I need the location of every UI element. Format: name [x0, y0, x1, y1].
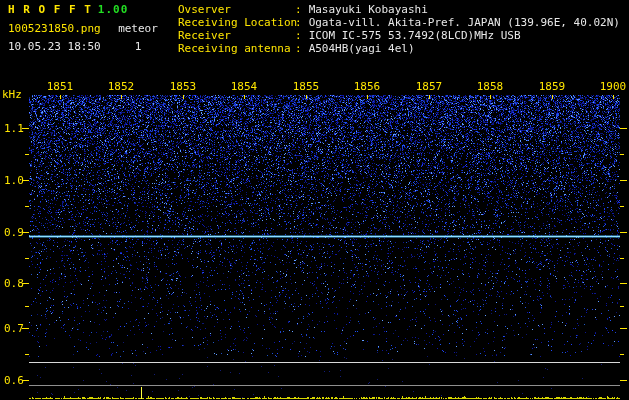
x-tick-label: 1859: [539, 80, 566, 93]
info-row-antenna: Receiving antenna:A504HB(yagi 4el): [178, 42, 415, 55]
x-tick-label: 1856: [354, 80, 381, 93]
y-tick-label: 0.9: [4, 226, 24, 239]
mode-label: meteor: [112, 22, 164, 35]
x-tick-label: 1857: [416, 80, 443, 93]
hrofft-output: H R O F F T1.00 1005231850.png meteor 10…: [0, 0, 629, 400]
colon: :: [295, 16, 302, 29]
x-tick-label: 1852: [108, 80, 135, 93]
y-axis-unit: kHz: [2, 88, 22, 101]
datetime: 10.05.23 18:50: [8, 40, 101, 53]
info-label: Receiver: [178, 29, 295, 42]
frame-counter: 1: [112, 40, 164, 53]
info-row-receiver: Receiver:ICOM IC-575 53.7492(8LCD)MHz US…: [178, 29, 521, 42]
filename: 1005231850.png: [8, 22, 101, 35]
info-value: Masayuki Kobayashi: [309, 3, 428, 16]
info-value: ICOM IC-575 53.7492(8LCD)MHz USB: [309, 29, 521, 42]
y-tick-label: 0.6: [4, 374, 24, 387]
spectrogram-canvas: [0, 0, 629, 400]
info-label: Receiving antenna: [178, 42, 295, 55]
colon: :: [295, 29, 302, 42]
app-version: 1.00: [98, 3, 129, 16]
app-title-row: H R O F F T1.00: [8, 3, 128, 16]
x-tick-label: 1854: [231, 80, 258, 93]
x-tick-label: 1853: [170, 80, 197, 93]
colon: :: [295, 42, 302, 55]
x-tick-label: 1900: [600, 80, 627, 93]
y-tick-label: 0.8: [4, 277, 24, 290]
y-tick-label: 1.0: [4, 174, 24, 187]
info-value: Ogata-vill. Akita-Pref. JAPAN (139.96E, …: [309, 16, 620, 29]
x-tick-label: 1851: [47, 80, 74, 93]
x-tick-label: 1855: [293, 80, 320, 93]
colon: :: [295, 3, 302, 16]
app-title: H R O F F T: [8, 3, 92, 16]
info-row-location: Receiving Location:Ogata-vill. Akita-Pre…: [178, 16, 620, 29]
info-value: A504HB(yagi 4el): [309, 42, 415, 55]
info-row-observer: Ovserver:Masayuki Kobayashi: [178, 3, 428, 16]
info-label: Receiving Location: [178, 16, 295, 29]
y-tick-label: 1.1: [4, 122, 24, 135]
x-tick-label: 1858: [477, 80, 504, 93]
y-tick-label: 0.7: [4, 322, 24, 335]
info-label: Ovserver: [178, 3, 295, 16]
